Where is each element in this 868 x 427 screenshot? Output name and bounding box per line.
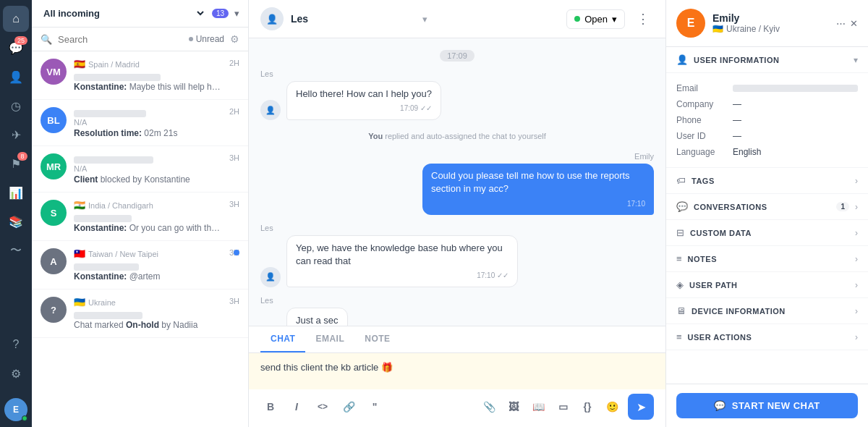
- device-info-icon: 🖥: [676, 305, 686, 316]
- message-bubble: Could you please tell me how to use the …: [422, 164, 654, 214]
- right-panel: E Emily 🇺🇦 Ukraine / Kyiv ⋯ ✕ 👤 USER INF…: [665, 0, 868, 427]
- image-icon[interactable]: 🖼: [503, 397, 524, 417]
- nav-icon-send[interactable]: ✈: [3, 122, 29, 148]
- status-dot-icon: [574, 16, 580, 22]
- placeholder-name: [74, 107, 222, 118]
- header-actions: ⋯ ✕: [836, 18, 858, 29]
- message-row: Emily Could you please tell me how to us…: [260, 152, 654, 214]
- location-text: India / Chandigarh: [88, 201, 153, 210]
- right-panel-footer: 💬 START NEW CHAT: [666, 384, 868, 427]
- template-icon[interactable]: ▭: [553, 397, 573, 417]
- notes-section-header[interactable]: ≡ NOTES ›: [666, 246, 868, 272]
- userid-row: User ID —: [676, 128, 858, 144]
- conv-preview: Client blocked by Konstantine: [74, 174, 222, 185]
- message-time: 17:10 ✓✓: [296, 271, 509, 281]
- tab-chat[interactable]: CHAT: [260, 326, 305, 352]
- placeholder-name: [74, 309, 222, 320]
- flag-icon: 🇺🇦: [712, 24, 723, 34]
- conversation-info: 🇮🇳 India / Chandigarh Konstantine: Or yo…: [74, 200, 222, 233]
- placeholder-name: [74, 71, 222, 82]
- user-actions-section-header[interactable]: ≡ USER ACTIONS ›: [666, 324, 868, 350]
- system-message: You replied and auto-assigned the chat t…: [260, 129, 654, 143]
- conversations-section-header[interactable]: 💬 CONVERSATIONS 1 ›: [666, 194, 868, 220]
- link-button[interactable]: 🔗: [339, 397, 359, 417]
- chat-input-area: CHAT EMAIL NOTE send this client the kb …: [249, 326, 665, 427]
- section-title: TAGS: [692, 177, 849, 185]
- user-path-section-header[interactable]: ◈ USER PATH ›: [666, 272, 868, 298]
- tags-section-header[interactable]: 🏷 TAGS ›: [666, 168, 868, 194]
- code-button[interactable]: <>: [312, 397, 333, 417]
- conversation-item[interactable]: A 🇹🇼 Taiwan / New Taipei Konstantine: @a…: [32, 241, 248, 289]
- user-information-section-header[interactable]: 👤 USER INFORMATION ▾: [666, 47, 868, 73]
- code-snippet-icon[interactable]: {}: [577, 397, 597, 417]
- search-input[interactable]: [58, 34, 183, 45]
- nav-icon-contacts[interactable]: 👤: [3, 64, 29, 90]
- search-icon: 🔍: [41, 34, 52, 45]
- status-chevron-icon: ▾: [612, 14, 617, 25]
- flag-icon: 🇮🇳: [74, 200, 85, 211]
- conversation-item[interactable]: S 🇮🇳 India / Chandigarh Konstantine: Or …: [32, 193, 248, 241]
- nav-icon-clock[interactable]: ◷: [3, 93, 29, 119]
- conversation-meta: 🇮🇳 India / Chandigarh: [74, 200, 222, 211]
- conversation-item[interactable]: MR N/A Client blocked by Konstantine 3H: [32, 146, 248, 193]
- emoji-icon[interactable]: 🙂: [602, 397, 622, 417]
- header-chevron-icon: ▾: [422, 14, 427, 25]
- nav-icon-activity[interactable]: 〜: [3, 237, 29, 263]
- inbox-filter-select[interactable]: All incoming: [41, 7, 206, 20]
- nav-icon-home[interactable]: ⌂: [3, 6, 29, 32]
- section-chevron-icon: ›: [855, 306, 858, 316]
- conversation-item[interactable]: VM 🇪🇸 Spain / Madrid Konstantine: Maybe …: [32, 51, 248, 100]
- conversation-info: N/A Resolution time: 02m 21s: [74, 107, 222, 138]
- nav-icon-campaigns[interactable]: ⚑ 8: [3, 151, 29, 177]
- conversations-badge: 1: [836, 202, 849, 211]
- nav-icon-reports[interactable]: 📊: [3, 179, 29, 206]
- conversation-meta: 🇪🇸 Spain / Madrid: [74, 59, 222, 69]
- section-title: CONVERSATIONS: [694, 203, 830, 211]
- italic-button[interactable]: I: [286, 397, 307, 417]
- nav-icon-settings[interactable]: ⚙: [3, 360, 29, 386]
- conversation-item[interactable]: ? 🇺🇦 Ukraine Chat marked On-hold by Nadi…: [32, 289, 248, 338]
- placeholder-name: [74, 212, 222, 223]
- nav-icon-books[interactable]: 📚: [3, 208, 29, 234]
- message-bubble: Yep, we have the knowledge base hub wher…: [286, 235, 518, 287]
- location-text: N/A: [74, 164, 222, 173]
- more-options-icon[interactable]: ⋮: [632, 11, 654, 27]
- quote-button[interactable]: ": [365, 397, 385, 417]
- message-bubble: Hello there! How can I help you? 17:09 ✓…: [286, 81, 441, 120]
- status-label: Open: [584, 14, 608, 25]
- close-icon[interactable]: ✕: [850, 18, 858, 29]
- user-avatar-nav[interactable]: E: [4, 398, 27, 421]
- unread-filter[interactable]: Unread: [189, 34, 224, 44]
- chat-panel: 👤 Les ▾ Open ▾ ⋮ 17:09 Les 👤 Hello there…: [249, 0, 665, 427]
- device-info-section-header[interactable]: 🖥 DEVICE INFORMATION ›: [666, 298, 868, 324]
- conv-time: 2H: [229, 107, 239, 116]
- conversation-item[interactable]: BL N/A Resolution time: 02m 21s 2H: [32, 100, 248, 146]
- section-chevron-icon: ›: [855, 332, 858, 342]
- email-label: Email: [676, 83, 727, 93]
- tab-email[interactable]: EMAIL: [305, 326, 354, 352]
- search-bar: 🔍 Unread ⚙: [32, 28, 248, 51]
- start-new-chat-button[interactable]: 💬 START NEW CHAT: [676, 393, 858, 418]
- language-value: English: [733, 147, 858, 157]
- chat-icon: 💬: [714, 400, 726, 411]
- online-indicator: [22, 415, 27, 421]
- custom-data-section-header[interactable]: ⊟ CUSTOM DATA ›: [666, 220, 868, 246]
- section-title: NOTES: [688, 255, 849, 263]
- send-button[interactable]: ➤: [628, 394, 654, 420]
- compose-area[interactable]: send this client the kb article 🎁: [249, 353, 665, 389]
- section-title: CUSTOM DATA: [690, 229, 849, 237]
- article-icon[interactable]: 📖: [528, 397, 548, 417]
- nav-icon-chat[interactable]: 💬 25: [3, 35, 29, 61]
- campaigns-badge: 8: [17, 152, 27, 161]
- user-location: 🇺🇦 Ukraine / Kyiv: [712, 24, 829, 34]
- avatar: S: [41, 200, 67, 226]
- bold-button[interactable]: B: [260, 397, 281, 417]
- settings-icon[interactable]: ⚙: [230, 33, 239, 45]
- more-options-icon[interactable]: ⋯: [836, 18, 846, 29]
- message-avatar: 👤: [260, 267, 281, 287]
- attach-file-icon[interactable]: 📎: [479, 397, 499, 417]
- nav-icon-help[interactable]: ?: [3, 331, 29, 358]
- status-button[interactable]: Open ▾: [566, 9, 625, 29]
- left-navigation: ⌂ 💬 25 👤 ◷ ✈ ⚑ 8 📊 📚 〜 ? ⚙ E: [0, 0, 32, 427]
- tab-note[interactable]: NOTE: [354, 326, 400, 352]
